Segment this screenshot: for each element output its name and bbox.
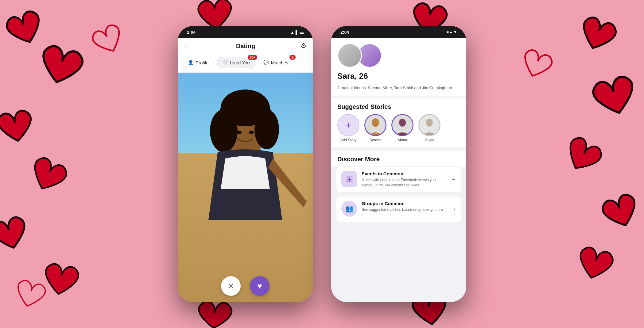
stories-row: + Add Story Serena xyxy=(331,114,466,147)
phone1-screen: ← Dating ⚙ 👤 Profile 🤍 Liked You 30+ 💬 M… xyxy=(178,38,313,302)
events-title: Events in Common xyxy=(362,171,446,176)
dot-icon: ● xyxy=(450,30,452,34)
app-title: Dating xyxy=(236,43,255,50)
tab-matches[interactable]: 💬 Matches 2 xyxy=(258,57,294,68)
suggested-stories-title: Suggested Stories xyxy=(331,98,466,114)
svg-point-8 xyxy=(399,119,406,127)
triangle-icon: ▼ xyxy=(453,30,457,34)
square-icon: ■ xyxy=(447,30,449,34)
story-item-taylor[interactable]: Taylor xyxy=(418,114,440,142)
groups-arrow: → xyxy=(451,206,456,212)
like-icon: ♥ xyxy=(257,281,262,291)
taylor-story-circle xyxy=(418,114,440,136)
svg-point-5 xyxy=(237,131,242,134)
divider2 xyxy=(331,147,466,150)
add-story-plus-icon: + xyxy=(346,120,351,131)
add-story-item[interactable]: + Add Story xyxy=(337,114,359,142)
suggested-stories-section: Suggested Stories + Add Story xyxy=(331,98,466,147)
tabs-row: 👤 Profile 🤍 Liked You 30+ 💬 Matches 2 xyxy=(178,54,313,73)
discover-more-title: Discover More xyxy=(331,151,466,166)
beach-photo xyxy=(178,73,313,302)
reject-icon: ✕ xyxy=(227,281,234,291)
events-arrow: → xyxy=(451,176,456,183)
tab-profile[interactable]: 👤 Profile xyxy=(183,57,214,68)
action-buttons: ✕ ♥ xyxy=(221,276,270,296)
liked-you-badge: 30+ xyxy=(248,55,257,60)
groups-icon-box: 👥 xyxy=(341,201,357,217)
divider1 xyxy=(331,96,466,98)
serena-story-circle xyxy=(364,114,386,136)
events-icon-box: ⊞ xyxy=(341,171,357,187)
liked-you-tab-icon: 🤍 xyxy=(222,60,228,65)
matches-tab-label: Matches xyxy=(271,60,289,65)
phone2-status-bar: 2:04 ■ ● ▼ xyxy=(331,26,466,38)
phone1: 2:04 ▲ ▌ ▬ ← Dating ⚙ 👤 Profile xyxy=(178,26,313,302)
liked-you-tab-label: Liked You xyxy=(230,60,250,65)
add-story-circle: + xyxy=(337,114,359,136)
svg-point-6 xyxy=(249,131,254,134)
tab-liked-you[interactable]: 🤍 Liked You 30+ xyxy=(217,57,255,68)
svg-point-9 xyxy=(426,119,433,127)
events-in-common-card[interactable]: ⊞ Events in Common Match with people fro… xyxy=(336,166,461,193)
profile-top: Sara, 26 3 mutual friends: Simone Miller… xyxy=(331,38,466,96)
groups-icon: 👥 xyxy=(345,205,354,213)
events-icon: ⊞ xyxy=(346,174,353,184)
maria-story-circle xyxy=(391,114,413,136)
maria-label: Maria xyxy=(398,138,407,142)
reject-button[interactable]: ✕ xyxy=(221,276,241,296)
profile-tab-label: Profile xyxy=(196,60,209,65)
phone1-header: ← Dating ⚙ xyxy=(178,38,313,54)
groups-title: Groups in Common xyxy=(362,201,446,206)
phone2: 2:04 ■ ● ▼ Sara, 26 3 mutual friends: Si… xyxy=(331,26,466,302)
mutual-friends-text: 3 mutual friends: Simone Miller, Tara Sm… xyxy=(337,85,460,91)
add-story-label: Add Story xyxy=(340,138,357,142)
signal-icon: ▌ xyxy=(296,30,298,35)
profile-name: Sara, 26 xyxy=(337,71,460,81)
phone1-status-icons: ▲ ▌ ▬ xyxy=(290,30,304,35)
taylor-label: Taylor xyxy=(425,138,434,142)
phone2-screen: Sara, 26 3 mutual friends: Simone Miller… xyxy=(331,38,466,302)
svg-point-4 xyxy=(221,90,270,126)
matches-tab-icon: 💬 xyxy=(263,60,269,65)
events-description: Match with people from Facebook events y… xyxy=(362,177,446,188)
svg-point-7 xyxy=(372,118,379,127)
profile-photo-area: ✕ ♥ xyxy=(178,73,313,302)
matches-badge: 2 xyxy=(289,55,296,60)
profile-tab-icon: 👤 xyxy=(188,60,194,65)
phone2-time: 2:04 xyxy=(340,30,349,35)
phones-container: 2:04 ▲ ▌ ▬ ← Dating ⚙ 👤 Profile xyxy=(0,0,644,328)
wifi-icon: ▲ xyxy=(290,30,294,35)
groups-in-common-card[interactable]: 👥 Groups in Common See suggested matches… xyxy=(336,196,461,222)
events-text: Events in Common Match with people from … xyxy=(362,171,446,188)
story-item-maria[interactable]: Maria xyxy=(391,114,413,142)
groups-description: See suggested matches based on groups yo… xyxy=(362,207,446,218)
back-button[interactable]: ← xyxy=(184,42,191,50)
groups-text: Groups in Common See suggested matches b… xyxy=(362,201,446,218)
discover-more-section: Discover More ⊞ Events in Common Match w… xyxy=(331,150,466,302)
story-item-serena[interactable]: Serena xyxy=(364,114,386,142)
profile-avatar-main xyxy=(337,43,362,68)
like-button[interactable]: ♥ xyxy=(250,276,270,296)
phone1-status-bar: 2:04 ▲ ▌ ▬ xyxy=(178,26,313,38)
settings-icon[interactable]: ⚙ xyxy=(301,42,307,50)
phone2-status-icons: ■ ● ▼ xyxy=(447,30,457,34)
phone1-time: 2:04 xyxy=(187,30,196,35)
serena-label: Serena xyxy=(370,138,382,142)
battery-icon: ▬ xyxy=(300,30,304,35)
